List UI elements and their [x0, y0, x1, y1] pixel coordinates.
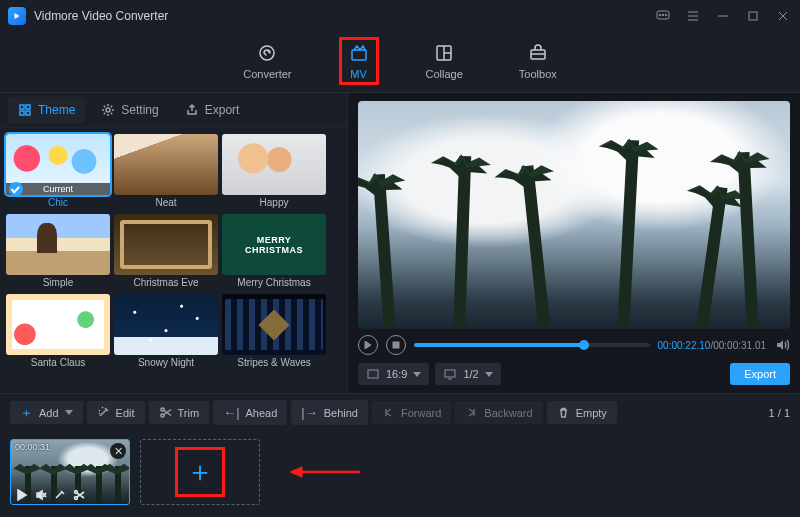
nav-converter-label: Converter [243, 68, 291, 80]
svg-rect-18 [20, 105, 24, 109]
window-buttons [654, 7, 792, 25]
nav-converter[interactable]: Converter [235, 38, 299, 84]
svg-point-22 [106, 108, 110, 112]
timeline-slider[interactable] [414, 343, 650, 347]
clip-trim-icon[interactable] [72, 488, 85, 501]
theme-happy[interactable]: Happy [222, 134, 326, 210]
nav-mv[interactable]: MV [340, 38, 378, 84]
menu-icon[interactable] [684, 7, 702, 25]
clip-actions [15, 488, 85, 501]
forward-button[interactable]: Forward [372, 401, 451, 424]
theme-grid[interactable]: Current Chic Neat Happy Simple Christmas… [0, 128, 347, 376]
svg-point-29 [160, 414, 163, 417]
theme-thumb [114, 134, 218, 195]
forward-label: Forward [401, 407, 441, 419]
theme-stripes-waves[interactable]: Stripes & Waves [222, 294, 326, 370]
theme-thumb [114, 214, 218, 275]
page-total: 1 [784, 407, 790, 419]
clip-edit-icon[interactable] [53, 488, 66, 501]
svg-rect-19 [26, 105, 30, 109]
theme-santa-claus[interactable]: Santa Claus [6, 294, 110, 370]
current-time: 00:00:22.10 [658, 340, 711, 351]
clip-mute-icon[interactable] [34, 488, 47, 501]
clip-item[interactable]: 00:00:31 ✕ [10, 439, 130, 505]
maximize-button[interactable] [744, 7, 762, 25]
chevron-down-icon [413, 372, 421, 377]
nav-collage-label: Collage [426, 68, 463, 80]
tab-export[interactable]: Export [175, 97, 250, 123]
theme-label: Christmas Eve [114, 275, 218, 290]
preview-decoration [617, 140, 639, 329]
theme-merry-christmas[interactable]: Merry Christmas [222, 214, 326, 290]
sub-tabs: Theme Setting Export [0, 93, 347, 128]
total-time: 00:00:31.01 [713, 340, 766, 351]
mv-icon [348, 42, 370, 64]
tab-setting[interactable]: Setting [91, 97, 168, 123]
tab-setting-label: Setting [121, 103, 158, 117]
volume-button[interactable] [774, 337, 790, 353]
forward-icon [382, 406, 395, 419]
theme-icon [18, 103, 32, 117]
close-button[interactable] [774, 7, 792, 25]
scissors-icon [159, 406, 172, 419]
app-window: Vidmore Video Converter Converter MV Col… [0, 0, 800, 517]
empty-label: Empty [576, 407, 607, 419]
add-clip-tile[interactable]: ＋ [140, 439, 260, 505]
zoom-select[interactable]: 1/2 [435, 363, 500, 385]
svg-rect-26 [445, 370, 455, 377]
svg-point-31 [74, 490, 77, 493]
export-button[interactable]: Export [730, 363, 790, 385]
svg-point-3 [665, 14, 667, 16]
theme-label: Stripes & Waves [222, 355, 326, 370]
edit-label: Edit [116, 407, 135, 419]
empty-button[interactable]: Empty [547, 401, 617, 424]
clip-play-icon[interactable] [15, 488, 28, 501]
nav-toolbox[interactable]: Toolbox [511, 38, 565, 84]
svg-point-28 [160, 408, 163, 411]
collage-icon [433, 42, 455, 64]
tab-export-label: Export [205, 103, 240, 117]
app-title: Vidmore Video Converter [34, 9, 168, 23]
remove-clip-button[interactable]: ✕ [110, 443, 126, 459]
theme-simple[interactable]: Simple [6, 214, 110, 290]
tab-theme-label: Theme [38, 103, 75, 117]
theme-label: Snowy Night [114, 355, 218, 370]
play-button[interactable] [358, 335, 378, 355]
theme-neat[interactable]: Neat [114, 134, 218, 210]
aspect-value: 16:9 [386, 368, 407, 380]
export-row: 16:9 1/2 Export [348, 359, 800, 393]
trim-button[interactable]: Trim [149, 401, 210, 424]
chevron-down-icon [65, 410, 73, 415]
player-controls: 00:00:22.10/00:00:31.01 [348, 335, 800, 359]
nav-toolbox-label: Toolbox [519, 68, 557, 80]
add-label: Add [39, 407, 59, 419]
theme-christmas-eve[interactable]: Christmas Eve [114, 214, 218, 290]
svg-marker-34 [290, 467, 302, 477]
feedback-icon[interactable] [654, 7, 672, 25]
tab-theme[interactable]: Theme [8, 97, 85, 123]
clip-toolbar: ＋ Add Edit Trim ←|Ahead |→Behind Forward… [0, 393, 800, 431]
nav-collage[interactable]: Collage [418, 38, 471, 84]
svg-rect-12 [352, 50, 366, 60]
svg-point-1 [659, 14, 661, 16]
add-button[interactable]: ＋ Add [10, 401, 83, 424]
theme-chic[interactable]: Current Chic [6, 134, 110, 210]
aspect-ratio-select[interactable]: 16:9 [358, 363, 429, 385]
theme-thumb [6, 214, 110, 275]
preview-decoration [373, 174, 396, 329]
video-preview[interactable] [358, 101, 790, 329]
left-panel: Theme Setting Export Current Chic [0, 93, 348, 393]
main-nav: Converter MV Collage Toolbox [0, 32, 800, 93]
theme-snowy-night[interactable]: Snowy Night [114, 294, 218, 370]
stop-button[interactable] [386, 335, 406, 355]
ahead-icon: ←| [223, 405, 239, 420]
behind-button[interactable]: |→Behind [291, 400, 368, 425]
svg-rect-25 [368, 370, 378, 378]
minimize-button[interactable] [714, 7, 732, 25]
ahead-label: Ahead [246, 407, 278, 419]
edit-button[interactable]: Edit [87, 401, 145, 424]
backward-button[interactable]: Backward [455, 401, 542, 424]
ahead-button[interactable]: ←|Ahead [213, 400, 287, 425]
app-logo-icon [8, 7, 26, 25]
plus-icon: ＋ [186, 458, 214, 486]
